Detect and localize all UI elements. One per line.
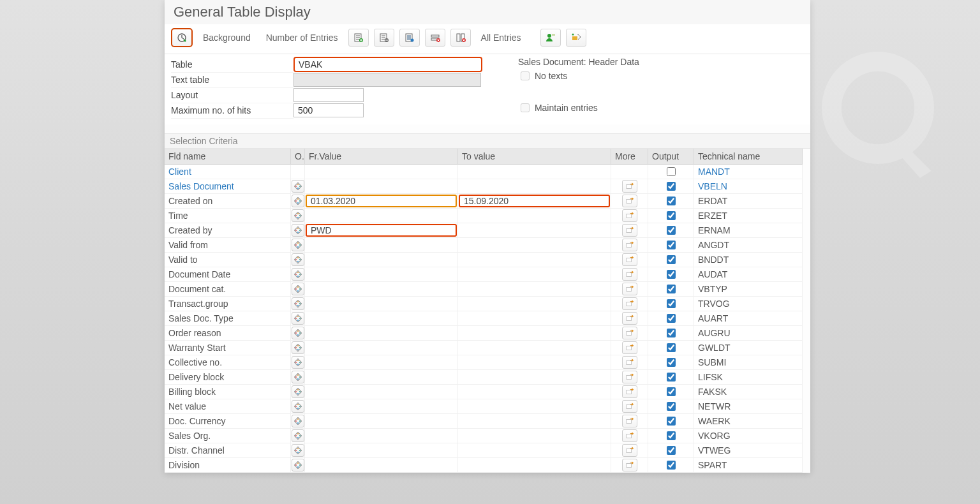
- from-value-input[interactable]: [305, 179, 457, 193]
- to-value-input[interactable]: [458, 429, 611, 443]
- selection-options-button[interactable]: [292, 180, 304, 193]
- col-operator[interactable]: O.: [291, 149, 305, 165]
- to-value-input[interactable]: [458, 209, 611, 223]
- to-value-input[interactable]: [458, 326, 611, 340]
- to-value-input[interactable]: [458, 385, 611, 399]
- to-value-input[interactable]: [458, 443, 611, 457]
- col-from-value[interactable]: Fr.Value: [305, 149, 458, 165]
- output-checkbox[interactable]: [667, 196, 676, 205]
- to-value-input[interactable]: [458, 414, 611, 428]
- to-value-input[interactable]: [458, 238, 611, 252]
- to-value-input[interactable]: [458, 165, 611, 179]
- output-checkbox[interactable]: [667, 182, 676, 191]
- from-value-input[interactable]: [305, 370, 457, 384]
- selection-options-button[interactable]: [292, 371, 304, 383]
- output-checkbox[interactable]: [667, 402, 676, 411]
- multiple-selection-button[interactable]: [622, 415, 637, 427]
- output-checkbox[interactable]: [667, 417, 676, 426]
- to-value-input[interactable]: [458, 253, 611, 267]
- selection-options-button[interactable]: [292, 224, 304, 237]
- selection-options-button[interactable]: [292, 400, 304, 413]
- from-value-input[interactable]: [305, 238, 457, 252]
- output-checkbox[interactable]: [667, 446, 676, 455]
- selection-options-button[interactable]: [292, 356, 304, 369]
- output-checkbox[interactable]: [667, 373, 676, 382]
- multiple-selection-button[interactable]: [622, 180, 637, 193]
- to-value-input[interactable]: [458, 179, 611, 193]
- multiple-selection-button[interactable]: [622, 283, 637, 295]
- multiple-selection-button[interactable]: [622, 429, 637, 442]
- user-settings-button[interactable]: [540, 29, 561, 47]
- multiple-selection-button[interactable]: [622, 459, 637, 471]
- selection-options-button[interactable]: [292, 268, 304, 281]
- from-value-input[interactable]: [306, 224, 457, 237]
- multiple-selection-button[interactable]: [622, 312, 637, 325]
- multiple-selection-button[interactable]: [622, 209, 637, 222]
- output-checkbox[interactable]: [667, 241, 676, 249]
- selection-options-button[interactable]: [292, 283, 304, 295]
- variant-button[interactable]: [566, 29, 586, 47]
- multiple-selection-button[interactable]: [622, 371, 637, 383]
- insert-row-button[interactable]: [348, 29, 369, 47]
- layout-input[interactable]: [293, 88, 364, 102]
- multiple-selection-button[interactable]: [622, 268, 637, 281]
- field-name-cell[interactable]: Client: [165, 165, 291, 179]
- output-checkbox[interactable]: [667, 285, 676, 293]
- field-name-cell[interactable]: Sales Document: [165, 179, 291, 194]
- to-value-input[interactable]: [459, 195, 610, 207]
- deselect-all-button[interactable]: [450, 29, 471, 47]
- output-checkbox[interactable]: [667, 167, 676, 176]
- background-button[interactable]: Background: [198, 33, 256, 43]
- multiple-selection-button[interactable]: [622, 400, 637, 413]
- multiple-selection-button[interactable]: [622, 385, 637, 398]
- multiple-selection-button[interactable]: [622, 327, 637, 339]
- from-value-input[interactable]: [305, 297, 457, 311]
- to-value-input[interactable]: [458, 458, 611, 472]
- output-checkbox[interactable]: [667, 387, 676, 396]
- col-to-value[interactable]: To value: [458, 149, 611, 165]
- output-checkbox[interactable]: [667, 461, 676, 470]
- selection-options-button[interactable]: [292, 239, 304, 251]
- from-value-input[interactable]: [305, 267, 457, 281]
- from-value-input[interactable]: [305, 399, 457, 413]
- to-value-input[interactable]: [458, 370, 611, 384]
- selection-options-button[interactable]: [292, 444, 304, 457]
- selection-options-button[interactable]: [292, 415, 304, 427]
- from-value-input[interactable]: [305, 458, 457, 472]
- selection-options-button[interactable]: [292, 385, 304, 398]
- from-value-input[interactable]: [305, 341, 457, 355]
- selection-options-button[interactable]: [292, 253, 304, 266]
- execute-button[interactable]: [171, 28, 193, 47]
- from-value-input[interactable]: [305, 385, 457, 399]
- selection-options-button[interactable]: [292, 209, 304, 222]
- output-checkbox[interactable]: [667, 314, 676, 323]
- multiple-selection-button[interactable]: [622, 356, 637, 369]
- from-value-input[interactable]: [305, 355, 457, 369]
- to-value-input[interactable]: [458, 267, 611, 281]
- from-value-input[interactable]: [305, 311, 457, 325]
- to-value-input[interactable]: [458, 355, 611, 369]
- from-value-input[interactable]: [305, 282, 457, 296]
- from-value-input[interactable]: [305, 253, 457, 267]
- output-checkbox[interactable]: [667, 226, 676, 235]
- selection-options-button[interactable]: [292, 459, 304, 471]
- from-value-input[interactable]: [305, 209, 457, 223]
- from-value-input[interactable]: [305, 165, 457, 179]
- col-fld-name[interactable]: Fld name: [165, 149, 291, 165]
- output-checkbox[interactable]: [667, 299, 676, 308]
- col-more[interactable]: More: [611, 149, 648, 165]
- from-value-input[interactable]: [305, 429, 457, 443]
- selection-options-button[interactable]: [292, 341, 304, 354]
- table-input[interactable]: [293, 57, 482, 72]
- selection-options-button[interactable]: [292, 195, 304, 207]
- selection-options-button[interactable]: [292, 297, 304, 310]
- to-value-input[interactable]: [458, 282, 611, 296]
- from-value-input[interactable]: [306, 195, 457, 207]
- col-output[interactable]: Output: [648, 149, 694, 165]
- from-value-input[interactable]: [305, 326, 457, 340]
- output-checkbox[interactable]: [667, 343, 676, 352]
- output-checkbox[interactable]: [667, 329, 676, 337]
- technical-name-cell[interactable]: MANDT: [694, 165, 803, 179]
- multiple-selection-button[interactable]: [622, 224, 637, 237]
- to-value-input[interactable]: [458, 311, 611, 325]
